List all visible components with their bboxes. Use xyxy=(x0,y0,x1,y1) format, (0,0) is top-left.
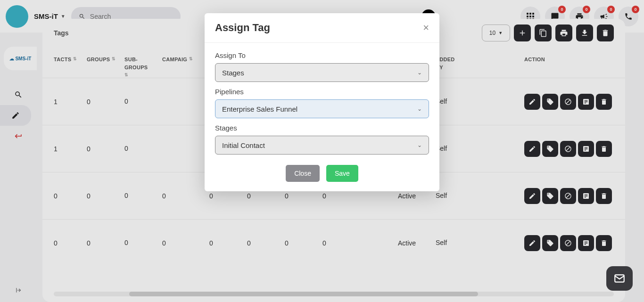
chevron-down-icon: ⌄ xyxy=(417,106,422,112)
stages-value: Initial Contact xyxy=(222,141,265,149)
assign-to-select[interactable]: Stages ⌄ xyxy=(215,63,429,82)
stages-select[interactable]: Initial Contact ⌄ xyxy=(215,136,429,155)
modal-title: Assign Tag xyxy=(215,22,270,34)
assign-to-value: Stages xyxy=(222,69,244,77)
pipelines-label: Pipelines xyxy=(215,88,429,96)
modal-backdrop[interactable]: Assign Tag × Assign To Stages ⌄ Pipeline… xyxy=(0,0,644,302)
close-button[interactable]: Close xyxy=(286,165,320,182)
close-icon[interactable]: × xyxy=(423,22,429,34)
save-button[interactable]: Save xyxy=(326,165,358,182)
pipelines-value: Enterprise Sales Funnel xyxy=(222,105,297,113)
assign-tag-modal: Assign Tag × Assign To Stages ⌄ Pipeline… xyxy=(205,13,439,191)
modal-footer: Close Save xyxy=(205,158,439,191)
assign-to-label: Assign To xyxy=(215,51,429,59)
chevron-down-icon: ⌄ xyxy=(417,142,422,148)
stages-label: Stages xyxy=(215,124,429,132)
chevron-down-icon: ⌄ xyxy=(417,69,422,76)
pipelines-select[interactable]: Enterprise Sales Funnel ⌄ xyxy=(215,99,429,118)
modal-body: Assign To Stages ⌄ Pipelines Enterprise … xyxy=(205,43,439,158)
modal-header: Assign Tag × xyxy=(205,13,439,43)
